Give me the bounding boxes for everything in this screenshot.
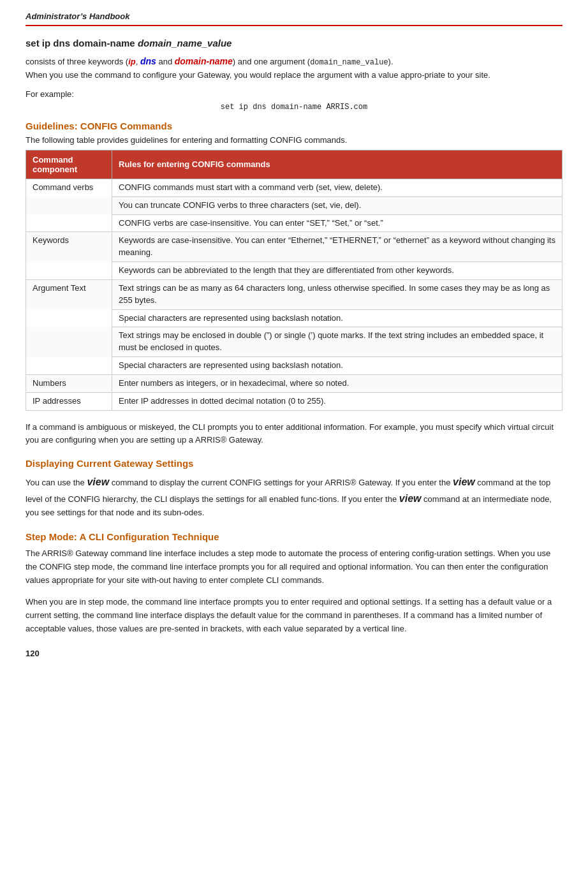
- intro-text-2: ,: [136, 57, 140, 66]
- table-cell-label: IP addresses: [26, 392, 112, 410]
- intro-text-4: ) and one argument (: [233, 57, 310, 66]
- table-cell-rule: CONFIG commands must start with a comman…: [112, 179, 562, 196]
- table-row: Argument TextText strings can be as many…: [26, 279, 562, 309]
- table-cell-rule: Special characters are represented using…: [112, 357, 562, 375]
- table-row: Text strings may be enclosed in double (…: [26, 327, 562, 357]
- table-cell-rule: Enter numbers as integers, or in hexadec…: [112, 374, 562, 392]
- for-example-label: For example:: [26, 89, 562, 99]
- table-cell-rule: Keywords can be abbreviated to the lengt…: [112, 262, 562, 280]
- table-row: IP addressesEnter IP addresses in dotted…: [26, 392, 562, 410]
- keyword-ip: ip: [128, 57, 136, 66]
- table-cell-label: [26, 309, 112, 327]
- page-container: Administrator’s Handbook set ip dns doma…: [0, 0, 588, 891]
- table-cell-label: Keywords: [26, 232, 112, 262]
- page-number: 120: [26, 649, 562, 658]
- keyword-arg: domain_name_value: [310, 58, 388, 67]
- stepmode-para1: The ARRIS® Gateway command line interfac…: [26, 547, 562, 587]
- keyword-domainname: domain-name: [175, 56, 233, 66]
- table-row: Command verbsCONFIG commands must start …: [26, 179, 562, 196]
- code-example: set ip dns domain-name ARRIS.com: [26, 103, 562, 112]
- table-row: Special characters are represented using…: [26, 309, 562, 327]
- intro-text-1: consists of three keywords (: [26, 57, 128, 66]
- table-cell-label: [26, 327, 112, 357]
- table-cell-label: [26, 262, 112, 280]
- table-cell-label: [26, 196, 112, 214]
- table-cell-label: [26, 214, 112, 232]
- book-title: Administrator’s Handbook: [26, 11, 562, 26]
- displaying-heading: Displaying Current Gateway Settings: [26, 458, 562, 469]
- intro-text-5: ).: [388, 57, 393, 66]
- table-row: KeywordsKeywords are case-insensitive. Y…: [26, 232, 562, 262]
- intro-text-3: and: [156, 57, 175, 66]
- config-table: Command component Rules for entering CON…: [26, 150, 562, 411]
- stepmode-heading: Step Mode: A CLI Configuration Technique: [26, 531, 562, 542]
- table-row: You can truncate CONFIG verbs to three c…: [26, 196, 562, 214]
- view-keyword-1: view: [87, 476, 109, 487]
- table-cell-label: Command verbs: [26, 179, 112, 196]
- table-cell-rule: Keywords are case-insensitive. You can e…: [112, 232, 562, 262]
- table-row: NumbersEnter numbers as integers, or in …: [26, 374, 562, 392]
- table-cell-rule: Enter IP addresses in dotted decimal not…: [112, 392, 562, 410]
- table-header-col1: Command component: [26, 150, 112, 179]
- after-table-paragraph: If a command is ambiguous or miskeyed, t…: [26, 421, 562, 446]
- keyword-dns: dns: [140, 56, 156, 66]
- intro-line2: When you use the command to configure yo…: [26, 70, 490, 80]
- table-header-col2: Rules for entering CONFIG commands: [112, 150, 562, 179]
- table-row: Special characters are represented using…: [26, 357, 562, 375]
- table-cell-rule: Text strings may be enclosed in double (…: [112, 327, 562, 357]
- table-cell-rule: You can truncate CONFIG verbs to three c…: [112, 196, 562, 214]
- guidelines-heading: Guidelines: CONFIG Commands: [26, 121, 562, 131]
- view-keyword-3: view: [399, 493, 422, 504]
- displaying-prefix: You can use the: [26, 478, 87, 487]
- view-keyword-2: view: [453, 476, 475, 487]
- table-cell-rule: Text strings can be as many as 64 charac…: [112, 279, 562, 309]
- table-cell-label: Argument Text: [26, 279, 112, 309]
- stepmode-para2: When you are in step mode, the command l…: [26, 596, 562, 635]
- intro-paragraph: consists of three keywords (ip, dns and …: [26, 55, 562, 82]
- table-cell-rule: CONFIG verbs are case-insensitive. You c…: [112, 214, 562, 232]
- table-row: CONFIG verbs are case-insensitive. You c…: [26, 214, 562, 232]
- displaying-mid1: command to display the current CONFIG se…: [109, 478, 453, 487]
- section-title-italic: domain_name_value: [138, 38, 232, 48]
- displaying-paragraph: You can use the view command to display …: [26, 474, 562, 520]
- table-cell-label: [26, 357, 112, 375]
- section-title-prefix: set ip dns domain-name: [26, 38, 138, 48]
- table-cell-label: Numbers: [26, 374, 112, 392]
- section-heading: set ip dns domain-name domain_name_value: [26, 38, 562, 48]
- table-cell-rule: Special characters are represented using…: [112, 309, 562, 327]
- table-row: Keywords can be abbreviated to the lengt…: [26, 262, 562, 280]
- guidelines-intro: The following table provides guidelines …: [26, 135, 562, 145]
